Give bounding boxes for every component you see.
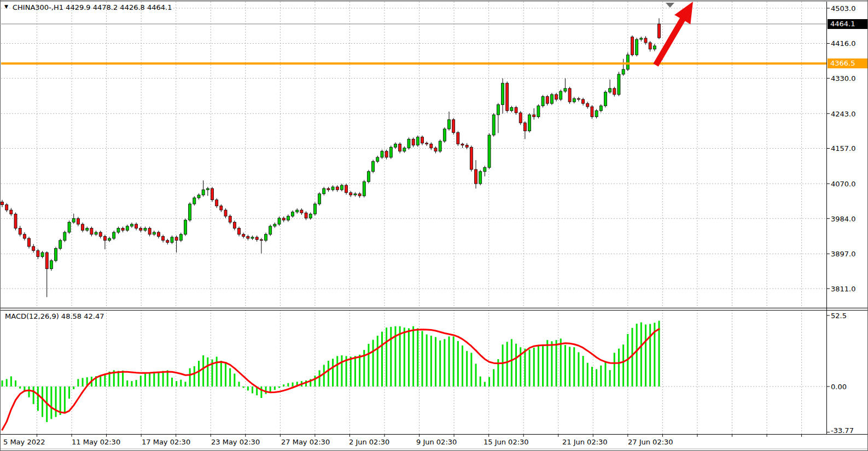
- date-label: 27 May 02:30: [281, 438, 330, 446]
- date-label: 9 Jun 02:30: [416, 438, 457, 446]
- horizontal-line-4366[interactable]: [1, 62, 826, 65]
- triangle-marker-icon[interactable]: [666, 3, 674, 8]
- date-label: 27 Jun 02:30: [628, 438, 673, 446]
- macd-histogram: [2, 321, 660, 422]
- price-tick-label: 4330.0: [831, 74, 856, 83]
- candlesticks: [1, 18, 661, 297]
- price-tick-label: 4070.0: [831, 180, 856, 188]
- price-tick-label: 4243.0: [831, 110, 856, 118]
- price-tick-label: 4157.0: [831, 144, 856, 153]
- macd-tick-label: 52.5: [831, 312, 847, 320]
- macd-tick-label: -33.77: [831, 426, 854, 435]
- date-label: 5 May 2022: [3, 438, 45, 446]
- chart-canvas[interactable]: 4503.04416.04330.04243.04157.04070.03984…: [1, 1, 868, 451]
- date-label: 17 May 02:30: [142, 438, 190, 446]
- price-tick-label: 4503.0: [831, 4, 856, 13]
- date-label: 2 Jun 02:30: [349, 438, 389, 446]
- chart-window: 4503.04416.04330.04243.04157.04070.03984…: [0, 0, 868, 451]
- current-price-badge: 4464.1: [828, 19, 868, 29]
- date-label: 11 May 02:30: [72, 438, 120, 446]
- orange-line-price-badge: 4366.5: [828, 58, 868, 68]
- macd-tick-label: 0.00: [831, 383, 847, 391]
- chart-title: CHINA300-,H1 4429.9 4478.2 4426.8 4464.1: [13, 3, 172, 11]
- window-bottom-strip: [1, 448, 868, 451]
- price-tick-label: 3897.0: [831, 250, 856, 258]
- price-tick-label: 3984.0: [831, 215, 856, 223]
- symbol-dropdown-icon[interactable]: ▼: [4, 4, 8, 9]
- date-label: 15 Jun 02:30: [483, 438, 529, 446]
- price-tick-label: 4416.0: [831, 39, 856, 48]
- date-label: 23 May 02:30: [211, 438, 260, 446]
- price-tick-label: 3811.0: [831, 285, 856, 293]
- macd-indicator-label: MACD(12,26,9) 48.58 42.47: [5, 312, 104, 320]
- date-label: 21 Jun 02:30: [562, 438, 608, 446]
